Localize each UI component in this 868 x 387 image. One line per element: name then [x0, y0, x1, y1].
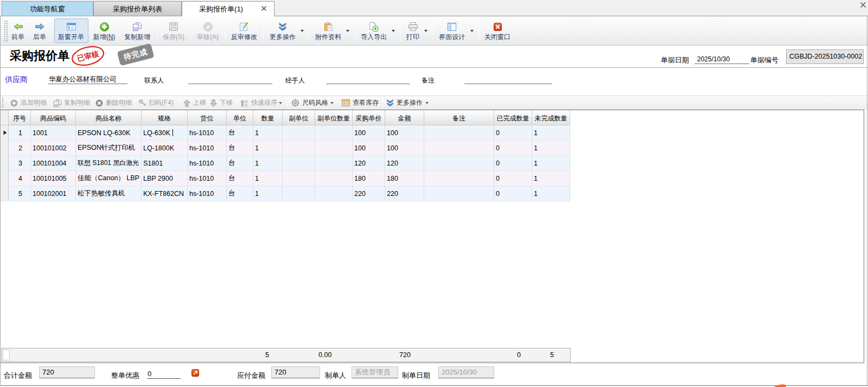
svg-text:已审核: 已审核 — [76, 49, 100, 62]
